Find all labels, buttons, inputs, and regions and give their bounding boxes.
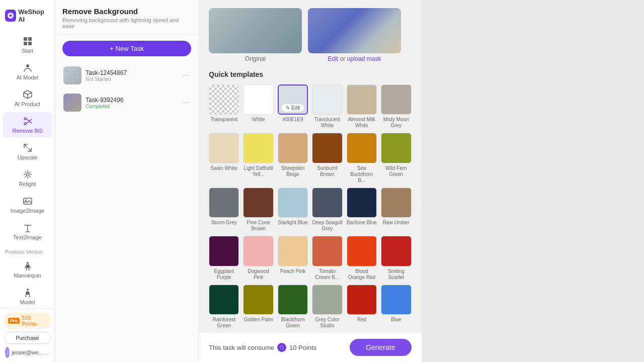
- sidebar-item-upscale[interactable]: Upscale: [3, 139, 52, 164]
- svg-line-35: [29, 295, 30, 297]
- sidebar: WeShop AI Start AI Model AI Product: [0, 0, 55, 362]
- template-baritone-blue[interactable]: Baritone Blue: [347, 188, 377, 232]
- or-text: or: [340, 55, 345, 62]
- template-name-sea-buckthorn: Sea Buckthorn B...: [347, 165, 377, 184]
- sidebar-item-start[interactable]: Start: [3, 32, 52, 58]
- task-status-2: Completed: [86, 104, 178, 109]
- upload-mask-link[interactable]: upload mask: [347, 55, 381, 62]
- template-misty-moon-grey[interactable]: Misty Moon Grey: [381, 84, 411, 129]
- template-almond-milk-white[interactable]: Almond Milk White: [347, 84, 377, 129]
- template-swatch-misty-moon-grey: [381, 84, 411, 115]
- template-swatch-ooe1e9: ✎ Edit: [278, 84, 308, 115]
- template-rainforest-green[interactable]: Rainforest Green: [209, 285, 239, 329]
- template-swatch-baritone-blue: [347, 188, 377, 218]
- templates-grid: Transparent White ✎ Edit #00E1E9: [209, 84, 412, 332]
- new-task-button[interactable]: + New Task: [62, 41, 191, 56]
- template-ooe1e9[interactable]: ✎ Edit #00E1E9: [278, 84, 308, 129]
- svg-rect-2: [28, 37, 32, 41]
- text-icon: [23, 223, 33, 233]
- task-id-2: Task-9392496: [86, 97, 178, 104]
- template-smiling-scarlet[interactable]: Smiling Scarlet: [381, 236, 411, 280]
- template-peach-pink[interactable]: Peach Pink: [278, 236, 308, 280]
- sidebar-item-upscale-label: Upscale: [18, 154, 38, 160]
- template-sunburnt-brown[interactable]: Sunburnt Brown: [312, 133, 342, 183]
- edit-icon: ✎: [286, 105, 290, 111]
- sidebar-item-relight-label: Relight: [19, 181, 36, 187]
- sidebar-item-model[interactable]: Model: [3, 284, 52, 308]
- user-row: J jessie@we... ...: [4, 344, 51, 358]
- template-name-almond-milk-white: Almond Milk White: [347, 117, 377, 129]
- edit-link[interactable]: Edit: [328, 55, 338, 62]
- template-swatch-starlight-blue: [278, 188, 308, 218]
- sidebar-item-ai-model[interactable]: AI Model: [3, 59, 52, 84]
- template-transparent[interactable]: Transparent: [209, 84, 239, 129]
- template-sheepskin-beige[interactable]: Sheepskin Beige: [278, 133, 308, 183]
- template-swatch-white: [243, 84, 273, 115]
- result-image: [308, 8, 401, 53]
- svg-line-19: [29, 176, 30, 177]
- template-name-swan-white: Swan White: [211, 165, 237, 171]
- task-more-1[interactable]: ···: [182, 70, 190, 81]
- task-more-2[interactable]: ···: [182, 97, 190, 108]
- template-swatch-transparent: [209, 84, 239, 115]
- template-name-baritone-blue: Baritone Blue: [347, 220, 377, 226]
- quick-templates-section: Quick templates Transparent White ✎ Edit: [209, 70, 412, 332]
- svg-rect-28: [26, 264, 29, 268]
- quick-templates-title: Quick templates: [209, 70, 412, 78]
- template-starlight-blue[interactable]: Starlight Blue: [278, 188, 308, 232]
- task-item[interactable]: Task-12454867 Not Started ···: [59, 62, 194, 88]
- generate-button[interactable]: Generate: [350, 339, 411, 356]
- template-swatch-wild-fern-green: [381, 133, 411, 163]
- template-blue[interactable]: Blue: [381, 285, 411, 329]
- template-swatch-blood-orange-red: [347, 236, 377, 266]
- template-swatch-deep-seagull-grey: [312, 188, 342, 218]
- template-wild-fern-green[interactable]: Wild Fern Green: [381, 133, 411, 183]
- sidebar-item-ai-product[interactable]: AI Product: [3, 85, 52, 111]
- template-deep-seagull-grey[interactable]: Deep Seagull Grey: [312, 188, 342, 232]
- template-dogwood-pink[interactable]: Dogwood Pink: [243, 236, 273, 280]
- svg-line-12: [28, 148, 31, 151]
- sidebar-item-model-label: Model: [20, 299, 35, 305]
- template-blood-orange-red[interactable]: Blood Orange Red: [347, 236, 377, 280]
- template-sea-buckthorn[interactable]: Sea Buckthorn B...: [347, 133, 377, 183]
- template-light-daffodil[interactable]: Light Daffodil Yell...: [243, 133, 273, 183]
- template-translucent-white[interactable]: Translucent White: [312, 84, 342, 129]
- template-golden-palm[interactable]: Golden Palm: [243, 285, 273, 329]
- template-blackthorn-green[interactable]: Blackthorn Green: [278, 285, 308, 329]
- purchase-button[interactable]: Purchase: [4, 332, 51, 344]
- sidebar-item-relight[interactable]: Relight: [3, 165, 52, 191]
- sidebar-item-image2image[interactable]: Image2Image: [3, 192, 52, 218]
- user-more-button[interactable]: ...: [45, 349, 50, 355]
- template-name-blue: Blue: [391, 317, 401, 323]
- template-white[interactable]: White: [243, 84, 273, 129]
- sidebar-item-remove-bg-label: Remove BG: [13, 128, 43, 134]
- svg-line-32: [29, 268, 29, 270]
- sidebar-item-mannequin-label: Mannequin: [14, 273, 41, 279]
- model-icon: [23, 288, 33, 298]
- scissors-icon: [23, 116, 33, 126]
- template-name-blackthorn-green: Blackthorn Green: [278, 317, 308, 329]
- template-swan-white[interactable]: Swan White: [209, 133, 239, 183]
- template-swatch-peach-pink: [278, 236, 308, 266]
- sidebar-item-remove-bg[interactable]: Remove BG: [3, 112, 52, 138]
- template-raw-umber[interactable]: Raw Umber: [381, 188, 411, 232]
- task-status-1: Not Started: [86, 76, 178, 82]
- template-name-white: White: [252, 117, 265, 123]
- template-red[interactable]: Red: [347, 285, 377, 329]
- template-eggplant-purple[interactable]: Eggplant Purple: [209, 236, 239, 280]
- svg-point-13: [26, 173, 29, 176]
- template-swatch-translucent-white: [312, 84, 342, 115]
- box-icon: [23, 89, 33, 100]
- template-pine-cone-brown[interactable]: Pine Cone Brown: [243, 188, 273, 232]
- task-item-2[interactable]: Task-9392496 Completed ···: [59, 89, 194, 116]
- sidebar-item-mannequin[interactable]: Mannequin: [3, 257, 52, 283]
- template-name-transparent: Transparent: [210, 117, 237, 123]
- template-storm-grey[interactable]: Storm Grey: [209, 188, 239, 232]
- template-name-raw-umber: Raw Umber: [383, 220, 410, 226]
- sidebar-item-text2image[interactable]: Text2Image: [3, 219, 52, 244]
- svg-line-31: [26, 268, 27, 270]
- svg-rect-22: [24, 198, 32, 204]
- template-swatch-blackthorn-green: [278, 285, 308, 315]
- template-grey-color-studio[interactable]: Grey Color Studio: [312, 285, 342, 329]
- template-tomato-cream[interactable]: Tomato Cream B...: [312, 236, 342, 280]
